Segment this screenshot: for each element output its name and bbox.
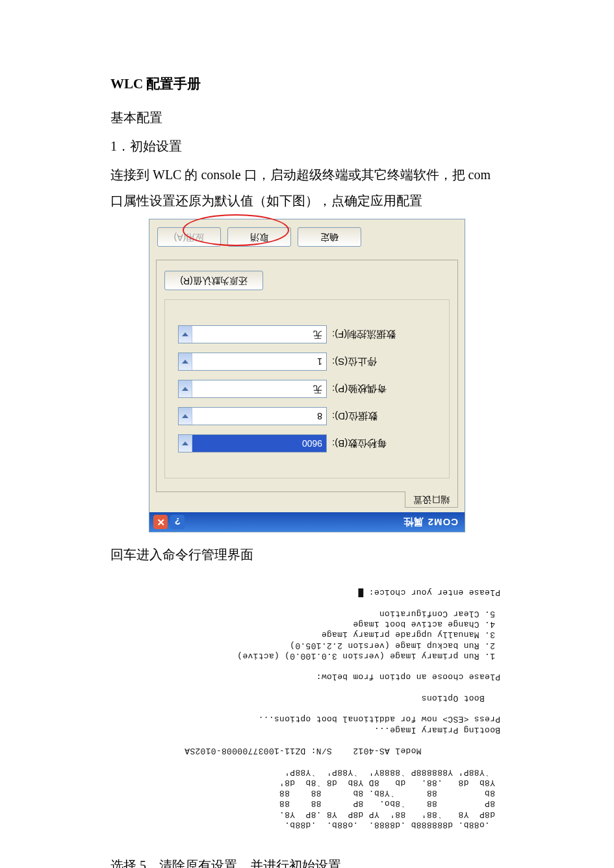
flow-combo[interactable]: 无: [178, 325, 327, 343]
baud-value: 9600: [302, 438, 326, 449]
databits-label: 数据位(D):: [332, 410, 436, 423]
databits-value: 8: [317, 411, 326, 421]
restore-defaults-button[interactable]: 还原为默认值(R): [164, 271, 263, 290]
flow-label: 数据流控制(F):: [332, 329, 436, 341]
baud-combo[interactable]: 9600: [178, 434, 327, 453]
com-properties-dialog: COM2 属性 ? ✕ 端口设置 每秒位数(B): 9600: [149, 219, 465, 532]
dialog-button-row: 确定 取消 应用(A): [149, 219, 465, 253]
chevron-down-icon[interactable]: [179, 380, 192, 397]
dialog-title: COM2 属性: [403, 516, 458, 528]
settings-group: 每秒位数(B): 9600 数据位(D): 8: [164, 299, 450, 478]
flow-value: 无: [313, 329, 326, 340]
chevron-down-icon[interactable]: [179, 326, 192, 343]
chevron-down-icon[interactable]: [179, 435, 192, 452]
after-dialog-text: 回车进入命令行管理界面: [110, 541, 504, 567]
chevron-down-icon[interactable]: [179, 353, 192, 370]
cancel-button[interactable]: 取消: [227, 227, 291, 247]
parity-value: 无: [313, 383, 326, 395]
after-cli-1: 选择 5，清除原有设置，并进行初始设置: [110, 852, 504, 868]
dialog-titlebar: COM2 属性 ? ✕: [149, 512, 465, 532]
doc-subtitle: 基本配置: [110, 105, 504, 130]
section-heading: 1．初始设置: [110, 133, 504, 159]
stopbits-value: 1: [317, 356, 326, 367]
apply-button[interactable]: 应用(A): [157, 227, 221, 247]
parity-combo[interactable]: 无: [178, 380, 327, 398]
close-icon[interactable]: ✕: [153, 515, 168, 529]
databits-combo[interactable]: 8: [178, 407, 327, 425]
chevron-down-icon[interactable]: [179, 408, 192, 425]
parity-label: 奇偶校验(P):: [332, 383, 436, 395]
tab-strip: 端口设置: [149, 492, 465, 512]
section-body: 连接到 WLC 的 console 口，启动超级终端或其它终端软件，把 com …: [110, 162, 504, 214]
doc-title: WLC 配置手册: [110, 75, 504, 93]
tab-body: 每秒位数(B): 9600 数据位(D): 8: [156, 260, 458, 492]
baud-label: 每秒位数(B):: [332, 438, 436, 450]
ok-button[interactable]: 确定: [298, 227, 361, 247]
boot-cli-output: .o88b. d888888b .d8888. .o88b. .d88b. d8…: [110, 584, 504, 833]
stopbits-combo[interactable]: 1: [178, 353, 327, 371]
stopbits-label: 停止位(S):: [332, 356, 436, 368]
help-icon[interactable]: ?: [170, 515, 185, 529]
tab-port-settings[interactable]: 端口设置: [405, 491, 458, 508]
